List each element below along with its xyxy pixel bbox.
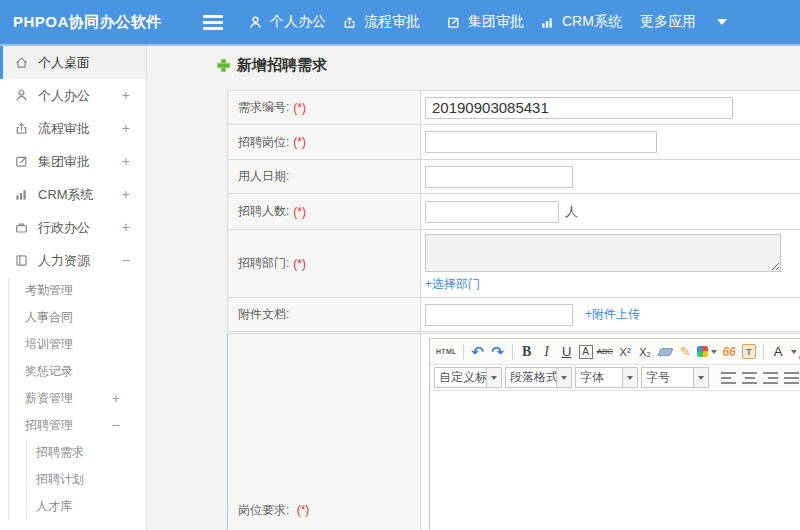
caret-down-icon bbox=[622, 368, 637, 387]
color-palette-icon[interactable] bbox=[697, 342, 717, 362]
form-row-job-requirements: 岗位要求: (*) HTML ↶ ↷ B I U A bbox=[227, 333, 800, 530]
department-textarea[interactable] bbox=[425, 234, 781, 272]
superscript-button[interactable]: X² bbox=[617, 342, 633, 362]
eraser-icon[interactable] bbox=[657, 342, 673, 362]
menu-toggle-icon[interactable] bbox=[203, 15, 223, 33]
sidebar-item-crm-system[interactable]: CRM系统 + bbox=[0, 178, 146, 211]
sidebar-item-label: 招聘管理 bbox=[25, 418, 73, 432]
sidebar-item-attendance[interactable]: 考勤管理 bbox=[9, 277, 146, 304]
sidebar-item-label: 人事合同 bbox=[25, 310, 73, 324]
align-left-icon[interactable] bbox=[721, 372, 736, 384]
sidebar-item-recruitment[interactable]: 招聘管理 − bbox=[9, 412, 146, 439]
editor-toolbar-row1: HTML ↶ ↷ B I U A ABC X² X₂ ✎ bbox=[430, 339, 800, 365]
caret-down-icon bbox=[717, 19, 727, 25]
hire-date-input[interactable] bbox=[425, 166, 573, 188]
field-label: 招聘人数: bbox=[238, 203, 289, 220]
source-code-button[interactable]: HTML bbox=[436, 342, 457, 362]
sidebar-item-label: 培训管理 bbox=[25, 337, 73, 351]
sidebar-item-talent-pool[interactable]: 人才库 bbox=[27, 493, 146, 520]
rich-text-editor: HTML ↶ ↷ B I U A ABC X² X₂ ✎ bbox=[429, 338, 800, 530]
sidebar-item-salary[interactable]: 薪资管理 + bbox=[9, 385, 146, 412]
edit-icon bbox=[446, 15, 461, 30]
expand-plus-icon[interactable]: + bbox=[122, 178, 130, 211]
font-size-dropdown[interactable]: 字号 bbox=[641, 367, 709, 388]
page-title-text: 新增招聘需求 bbox=[237, 56, 327, 75]
collapse-minus-icon[interactable]: − bbox=[112, 412, 120, 439]
recruitment-form: 需求编号: (*) 招聘岗位: (*) 用人日期: 招聘人数: (*) 人 bbox=[227, 90, 800, 332]
expand-plus-icon[interactable]: + bbox=[122, 112, 130, 145]
sidebar-item-label: 考勤管理 bbox=[25, 283, 73, 297]
sidebar-item-label: 行政办公 bbox=[38, 220, 90, 235]
topnav-crm-system[interactable]: CRM系统 bbox=[540, 0, 622, 44]
sidebar-item-label: 人力资源 bbox=[38, 253, 90, 268]
expand-plus-icon[interactable]: + bbox=[122, 145, 130, 178]
paste-as-text-icon[interactable]: T bbox=[741, 342, 757, 362]
collapse-minus-icon[interactable]: − bbox=[122, 244, 130, 277]
align-right-icon[interactable] bbox=[763, 372, 778, 384]
sidebar-item-label: 流程审批 bbox=[38, 121, 90, 136]
custom-heading-dropdown[interactable]: 自定义标题 bbox=[434, 367, 502, 388]
sidebar-item-label: 奖惩记录 bbox=[25, 364, 73, 378]
topbar: PHPOA协同办公软件 个人办公 流程审批 bbox=[0, 0, 800, 46]
sidebar-item-administration[interactable]: 行政办公 + bbox=[0, 211, 146, 244]
sidebar-item-label: 招聘需求 bbox=[36, 445, 84, 459]
undo-icon[interactable]: ↶ bbox=[470, 342, 486, 362]
sidebar-item-personal-office[interactable]: 个人办公 + bbox=[0, 79, 146, 112]
sidebar-item-label: CRM系统 bbox=[38, 187, 94, 202]
align-center-icon[interactable] bbox=[742, 372, 757, 384]
sidebar-item-rewards[interactable]: 奖惩记录 bbox=[9, 358, 146, 385]
format-brush-icon[interactable]: ✎ bbox=[677, 342, 693, 362]
topnav-more-apps[interactable]: 更多应用 bbox=[640, 0, 727, 44]
sidebar-item-training[interactable]: 培训管理 bbox=[9, 331, 146, 358]
editor-content-area[interactable] bbox=[430, 391, 800, 530]
sidebar-item-hr-contract[interactable]: 人事合同 bbox=[9, 304, 146, 331]
select-department-link[interactable]: +选择部门 bbox=[425, 276, 480, 293]
alignment-buttons bbox=[721, 372, 799, 384]
sidebar-item-workflow-approval[interactable]: 流程审批 + bbox=[0, 112, 146, 145]
edit-icon bbox=[14, 148, 29, 163]
subscript-button[interactable]: X₂ bbox=[637, 342, 653, 362]
caret-down-icon bbox=[556, 368, 571, 387]
demand-number-input[interactable] bbox=[425, 97, 733, 119]
align-justify-icon[interactable] bbox=[784, 372, 799, 384]
font-border-button[interactable]: A bbox=[579, 345, 593, 359]
expand-plus-icon[interactable]: + bbox=[122, 211, 130, 244]
sidebar-item-recruitment-demand[interactable]: 招聘需求 bbox=[27, 439, 146, 466]
sidebar-item-human-resources[interactable]: 人力资源 − bbox=[0, 244, 146, 277]
sidebar-item-label: 招聘计划 bbox=[36, 472, 84, 486]
strikethrough-button[interactable]: ABC bbox=[597, 342, 613, 362]
chart-icon bbox=[540, 15, 555, 30]
topnav-label: 个人办公 bbox=[270, 13, 326, 31]
underline-button[interactable]: U bbox=[559, 342, 575, 362]
sidebar-item-recruitment-plan[interactable]: 招聘计划 bbox=[27, 466, 146, 493]
blockquote-button[interactable]: 66 bbox=[721, 342, 737, 362]
sidebar-item-personal-desktop[interactable]: 个人桌面 bbox=[0, 46, 146, 79]
topnav-group-approval[interactable]: 集团审批 bbox=[446, 0, 524, 44]
flow-icon bbox=[342, 15, 357, 30]
headcount-input[interactable] bbox=[425, 201, 559, 223]
form-row-position: 招聘岗位: (*) bbox=[228, 125, 800, 160]
topnav-personal-office[interactable]: 个人办公 bbox=[248, 0, 326, 44]
font-family-dropdown[interactable]: 字体 bbox=[575, 367, 638, 388]
unit-label: 人 bbox=[565, 203, 578, 221]
italic-button[interactable]: I bbox=[539, 342, 555, 362]
app-logo[interactable]: PHPOA协同办公软件 bbox=[13, 0, 162, 44]
flow-icon bbox=[14, 115, 29, 130]
required-mark: (*) bbox=[293, 205, 306, 219]
font-color-button[interactable]: A bbox=[770, 342, 786, 362]
upload-attachment-link[interactable]: +附件上传 bbox=[585, 306, 640, 323]
attachment-input[interactable] bbox=[425, 304, 573, 326]
bold-button[interactable]: B bbox=[519, 342, 535, 362]
required-mark: (*) bbox=[293, 101, 306, 115]
topnav-workflow-approval[interactable]: 流程审批 bbox=[342, 0, 420, 44]
form-row-headcount: 招聘人数: (*) 人 bbox=[228, 194, 800, 230]
position-input[interactable] bbox=[425, 131, 657, 153]
sidebar-item-label: 薪资管理 bbox=[25, 391, 73, 405]
expand-plus-icon[interactable]: + bbox=[112, 385, 120, 412]
sidebar-item-group-approval[interactable]: 集团审批 + bbox=[0, 145, 146, 178]
topnav-label: 更多应用 bbox=[640, 13, 696, 31]
redo-icon[interactable]: ↷ bbox=[490, 342, 506, 362]
sidebar-submenu-hr: 考勤管理 人事合同 培训管理 奖惩记录 薪资管理 + 招聘管理 − 招聘需求 bbox=[8, 277, 146, 520]
paragraph-format-dropdown[interactable]: 段落格式 bbox=[505, 367, 572, 388]
expand-plus-icon[interactable]: + bbox=[122, 79, 130, 112]
